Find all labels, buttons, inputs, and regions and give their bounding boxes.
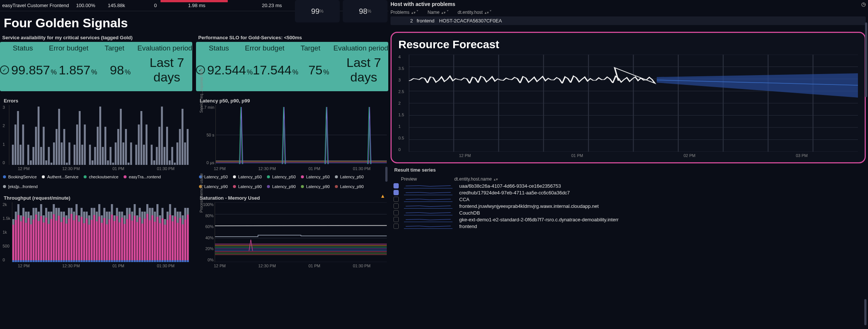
svg-rect-103 — [35, 215, 37, 262]
svg-rect-234 — [146, 204, 148, 214]
svg-rect-215 — [128, 260, 130, 262]
svg-rect-199 — [116, 216, 118, 262]
svg-rect-99 — [32, 208, 34, 219]
legend-item[interactable]: Authent...Service — [42, 175, 78, 179]
throughput-chart[interactable]: Throughput (request/minute) 2k 1.5k 1k 5… — [0, 193, 192, 275]
svg-rect-9 — [32, 147, 34, 165]
svg-rect-39 — [110, 147, 112, 165]
legend-item[interactable]: Latency_p90 — [233, 184, 262, 189]
svg-rect-55 — [151, 145, 153, 165]
svg-rect-243 — [154, 212, 156, 222]
sparkline — [404, 197, 452, 202]
checkbox[interactable] — [393, 190, 399, 195]
svg-rect-60 — [164, 147, 165, 165]
legend-item[interactable]: Latency_p90 — [301, 184, 330, 189]
svg-rect-211 — [126, 219, 128, 262]
svg-rect-208 — [124, 224, 125, 262]
svg-rect-184 — [103, 218, 105, 262]
clock-icon[interactable]: ◷ — [861, 1, 866, 7]
host-row[interactable]: 2 frontend HOST-2CACFA56307CF0EA — [391, 16, 866, 25]
svg-rect-121 — [50, 219, 52, 262]
svg-rect-130 — [58, 216, 60, 262]
col-hostname[interactable]: dt.entity.host.name ▲▼ — [454, 176, 498, 182]
scrollbar[interactable] — [865, 22, 867, 97]
svg-rect-44 — [122, 142, 124, 165]
legend-item[interactable]: Latency_p50 — [335, 175, 364, 179]
scrollbar[interactable] — [385, 167, 388, 182]
checkbox[interactable] — [393, 183, 399, 188]
svg-rect-93 — [28, 212, 29, 218]
result-row[interactable]: gke-ext-demo1-e2-standard-2-0f6db7f7-rsr… — [392, 216, 864, 223]
legend-item[interactable]: Latency_p50 — [301, 175, 330, 179]
col-entity[interactable]: dt.entity.host ▲▼ ˅ — [458, 10, 492, 15]
svg-rect-237 — [149, 208, 151, 220]
svg-rect-40 — [112, 163, 114, 165]
checkbox[interactable] — [393, 197, 399, 202]
svg-rect-175 — [96, 221, 97, 262]
svg-rect-194 — [111, 260, 113, 262]
col-problems[interactable]: Problems ▲▼ ˅ — [391, 10, 419, 15]
legend-item[interactable]: Latency_p90 — [267, 184, 296, 189]
slo-card-performance[interactable]: Status Error budget Target Evaluation pe… — [196, 42, 388, 91]
legend-item[interactable]: Latency_p90 — [335, 184, 364, 189]
svg-rect-203 — [118, 260, 120, 262]
col-preview[interactable]: Preview — [401, 176, 417, 182]
checkbox[interactable] — [393, 210, 399, 215]
legend-item[interactable]: easyTra...rontend — [124, 175, 161, 179]
svg-rect-213 — [128, 208, 130, 214]
errors-chart[interactable]: Errors 3 2 1 0 12 PM 12:30 PM 01 PM 01:3… — [0, 96, 192, 193]
svg-rect-90 — [25, 212, 27, 223]
warning-icon[interactable]: ▲ — [380, 193, 385, 199]
checkbox[interactable] — [393, 217, 399, 222]
service-name[interactable]: easyTravel Customer Frontend — [0, 3, 71, 8]
col-name[interactable]: Name ▲▼ ˅ — [427, 10, 449, 15]
svg-rect-172 — [93, 215, 95, 262]
result-row[interactable]: CouchDB — [392, 209, 864, 216]
svg-rect-12 — [40, 147, 42, 165]
svg-rect-21 — [63, 129, 65, 165]
legend-item[interactable]: [eks]p...frontend — [3, 184, 38, 189]
svg-rect-279 — [184, 208, 186, 219]
svg-rect-116 — [45, 260, 47, 262]
result-row[interactable]: frontend.jruwlwynjyeexprab4kldmvjrg.wawx… — [392, 203, 864, 209]
legend-item[interactable]: BookingService — [3, 175, 37, 179]
svg-rect-273 — [179, 212, 181, 218]
latency-chart[interactable]: Latency p50, p90, p99 Service req...espo… — [196, 96, 388, 193]
scrollbar[interactable] — [864, 299, 867, 325]
svg-rect-197 — [113, 260, 115, 262]
svg-rect-27 — [79, 111, 81, 165]
forecast-chart[interactable]: 4 3.5 3 2.5 2 1.5 1 0.5 0 — [409, 55, 858, 152]
checkbox[interactable] — [393, 224, 399, 229]
svg-rect-240 — [151, 208, 153, 215]
svg-rect-159 — [83, 212, 85, 223]
svg-rect-97 — [30, 224, 32, 262]
svg-rect-50 — [138, 124, 140, 165]
svg-rect-249 — [159, 215, 161, 223]
sparkline — [404, 217, 452, 222]
sparkline — [404, 210, 452, 215]
svg-rect-244 — [154, 222, 156, 262]
svg-rect-228 — [141, 212, 143, 224]
svg-rect-49 — [135, 145, 137, 165]
svg-rect-123 — [53, 204, 55, 214]
svg-rect-268 — [174, 216, 176, 262]
legend-item[interactable]: Latency_p50 — [233, 175, 262, 179]
svg-rect-4 — [20, 145, 22, 165]
svg-rect-138 — [65, 215, 67, 224]
legend-item[interactable]: Latency_p50 — [267, 175, 296, 179]
checkbox[interactable] — [393, 203, 399, 209]
result-row[interactable]: frontend — [392, 223, 864, 230]
svg-rect-38 — [107, 160, 109, 165]
slo-card-availability[interactable]: Status Error budget Target Evaluation pe… — [0, 42, 192, 91]
svg-rect-239 — [149, 260, 151, 262]
legend-item[interactable]: checkoutservice — [84, 175, 118, 179]
result-row[interactable]: credhub/17924de4-97eb-4711-aa5e-cc6c60a3… — [392, 189, 864, 196]
svg-rect-178 — [98, 216, 100, 262]
svg-rect-32 — [91, 160, 93, 165]
result-row[interactable]: CCA — [392, 196, 864, 203]
svg-rect-17 — [53, 142, 55, 165]
svg-rect-115 — [45, 218, 47, 262]
saturation-chart[interactable]: ▲ Saturation - Memory Used Process memor… — [196, 193, 388, 275]
result-row[interactable]: uaa/6b38c26a-4107-4d66-9334-ce16e2356753 — [392, 182, 864, 189]
svg-rect-220 — [134, 216, 136, 262]
